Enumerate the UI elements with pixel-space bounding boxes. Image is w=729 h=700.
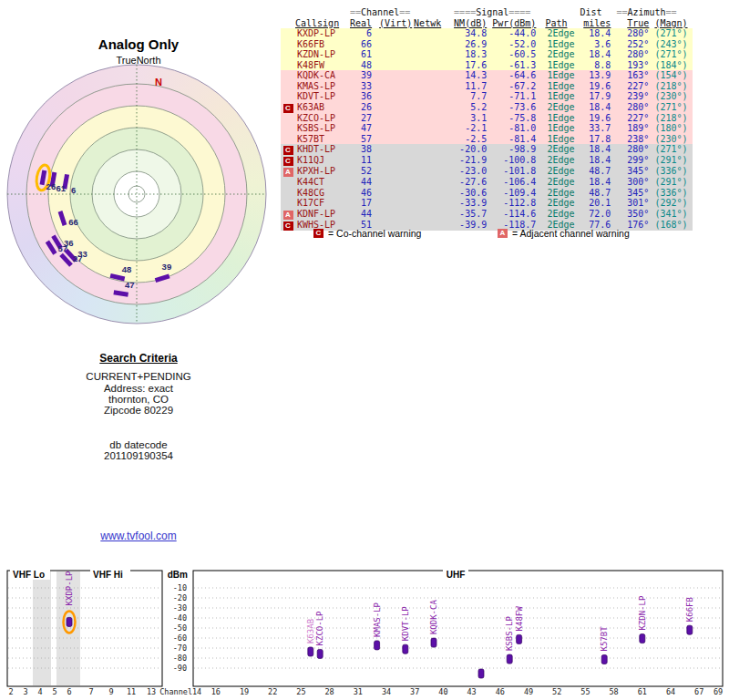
col-header-true: True bbox=[616, 18, 651, 29]
cell-azimuth-true: 350° bbox=[616, 209, 651, 220]
cell-azimuth-magn: (341°) bbox=[651, 209, 693, 220]
cell-nm-db: -21.9 bbox=[454, 155, 492, 166]
cell-azimuth-magn: (271°) bbox=[651, 144, 693, 155]
legend-adjacent: A = Adjacent channel warning bbox=[498, 228, 630, 239]
cell-warning-marker bbox=[281, 134, 295, 145]
cell-nm-db: -2.1 bbox=[454, 123, 492, 134]
station-label-KZDN-LP: KZDN-LP bbox=[638, 595, 647, 631]
adjacent-warning-text: = Adjacent channel warning bbox=[512, 228, 630, 239]
cell-azimuth-magn: (168°) bbox=[651, 220, 693, 231]
cell-warning-marker bbox=[281, 60, 295, 71]
group-header-signal: ====Signal==== bbox=[454, 7, 541, 18]
cell-warning-marker bbox=[281, 198, 295, 209]
table-row: CKHDT-LP38-20.0-98.92Edge18.4280°(271°) bbox=[281, 144, 693, 155]
dbm-tick-label: -50 bbox=[173, 623, 187, 633]
station-label-KSBS-LP: KSBS-LP bbox=[505, 616, 514, 652]
signal-bar-KSBS-LP bbox=[507, 654, 512, 664]
cell-warning-marker bbox=[281, 28, 295, 39]
cell-nm-db: 3.1 bbox=[454, 113, 492, 124]
channel-tick-label: 2 bbox=[8, 687, 13, 696]
radar-channel-label: 61 bbox=[56, 183, 67, 193]
cell-network bbox=[414, 70, 454, 81]
cell-miles: 17.9 bbox=[580, 91, 616, 102]
cell-virt-channel bbox=[379, 198, 414, 209]
cell-real-channel: 33 bbox=[350, 81, 379, 92]
tvfool-link[interactable]: www.tvfool.com bbox=[100, 530, 176, 542]
search-criteria-heading: Search Criteria bbox=[0, 352, 277, 365]
cell-warning-marker bbox=[281, 70, 295, 81]
cell-virt-channel bbox=[379, 70, 414, 81]
cell-network bbox=[414, 177, 454, 188]
cell-callsign: K66FB bbox=[295, 39, 350, 50]
cell-warning-marker bbox=[281, 177, 295, 188]
cell-pwr-dbm: -109.4 bbox=[492, 188, 541, 199]
cell-azimuth-true: 227° bbox=[616, 113, 651, 124]
cell-warning-marker bbox=[281, 123, 295, 134]
dbm-tick-label: -80 bbox=[173, 654, 187, 663]
cell-azimuth-magn: (336°) bbox=[651, 166, 693, 177]
cell-network bbox=[414, 39, 454, 50]
radar-channel-label: 57 bbox=[58, 243, 68, 253]
cell-path: 1Edge bbox=[541, 134, 580, 145]
cell-azimuth-magn: (218°) bbox=[651, 113, 693, 124]
cell-callsign: KPXH-LP bbox=[295, 166, 350, 177]
table-row: K66FB6626.9-52.01Edge3.6252°(243°) bbox=[281, 39, 693, 50]
group-header-dist: Dist bbox=[580, 7, 616, 18]
uhf-label: UHF bbox=[447, 570, 466, 580]
cell-nm-db: 14.3 bbox=[454, 70, 492, 81]
cell-warning-marker bbox=[281, 49, 295, 60]
cell-pwr-dbm: -71.1 bbox=[492, 91, 541, 102]
cell-miles: 20.1 bbox=[580, 198, 616, 209]
channel-tick-label: 7 bbox=[88, 687, 93, 696]
cell-azimuth-true: 345° bbox=[616, 188, 651, 199]
radar-channel-label: 48 bbox=[122, 264, 132, 274]
cell-azimuth-true: 227° bbox=[616, 81, 651, 92]
cell-callsign: K17CF bbox=[295, 198, 350, 209]
true-north-label: TrueNorth bbox=[0, 55, 277, 66]
cell-virt-channel bbox=[379, 102, 414, 113]
cell-azimuth-true: 193° bbox=[616, 60, 651, 71]
cell-miles: 8.8 bbox=[580, 60, 616, 71]
table-row: KSBS-LP47-2.1-81.01Edge33.7189°(180°) bbox=[281, 123, 693, 134]
col-header-magn: (Magn) bbox=[651, 18, 693, 29]
cochannel-warning-symbol: C bbox=[313, 229, 323, 238]
cell-azimuth-magn: (292°) bbox=[651, 198, 693, 209]
cell-nm-db: -23.0 bbox=[454, 166, 492, 177]
cell-callsign: K48FW bbox=[295, 60, 350, 71]
cell-nm-db: 17.6 bbox=[454, 60, 492, 71]
channel-tick-label: 28 bbox=[324, 687, 334, 696]
cell-callsign: KDNF-LP bbox=[295, 209, 350, 220]
cell-azimuth-true: 163° bbox=[616, 70, 651, 81]
channel-tick-label: 46 bbox=[496, 687, 505, 696]
cell-nm-db: 26.9 bbox=[454, 39, 492, 50]
cell-azimuth-magn: (336°) bbox=[651, 188, 693, 199]
dbm-tick-label: -10 bbox=[173, 583, 187, 592]
dbm-tick-label: -70 bbox=[173, 643, 187, 653]
cell-miles: 3.6 bbox=[580, 39, 616, 50]
cell-pwr-dbm: -44.0 bbox=[492, 28, 541, 39]
cell-virt-channel bbox=[379, 113, 414, 124]
channel-axis-label: Channel bbox=[159, 687, 192, 696]
radar-channel-label: 39 bbox=[162, 262, 172, 272]
cell-pwr-dbm: -75.8 bbox=[492, 113, 541, 124]
cell-virt-channel bbox=[379, 209, 414, 220]
cell-real-channel: 26 bbox=[350, 102, 379, 113]
cell-azimuth-true: 280° bbox=[616, 144, 651, 155]
tvfool-report-page: Analog Only TrueNorth N 6666148393336262… bbox=[0, 0, 729, 700]
col-header-real: Real bbox=[350, 18, 379, 29]
station-label-K63AB: K63AB bbox=[306, 619, 315, 643]
cell-azimuth-magn: (218°) bbox=[651, 81, 693, 92]
cell-callsign: KQDK-CA bbox=[295, 70, 350, 81]
cell-path: 2Edge bbox=[541, 144, 580, 155]
cell-virt-channel bbox=[379, 134, 414, 145]
cell-pwr-dbm: -81.0 bbox=[492, 123, 541, 134]
cell-callsign: K11QJ bbox=[295, 155, 350, 166]
cell-callsign: K57BT bbox=[295, 134, 350, 145]
cell-warning-marker: A bbox=[281, 209, 295, 220]
cell-azimuth-magn: (271°) bbox=[651, 102, 693, 113]
cell-miles: 18.4 bbox=[580, 177, 616, 188]
cell-miles: 18.4 bbox=[580, 49, 616, 60]
channel-tick-label: 67 bbox=[694, 687, 703, 696]
cell-azimuth-magn: (271°) bbox=[651, 28, 693, 39]
cell-real-channel: 46 bbox=[350, 188, 379, 199]
